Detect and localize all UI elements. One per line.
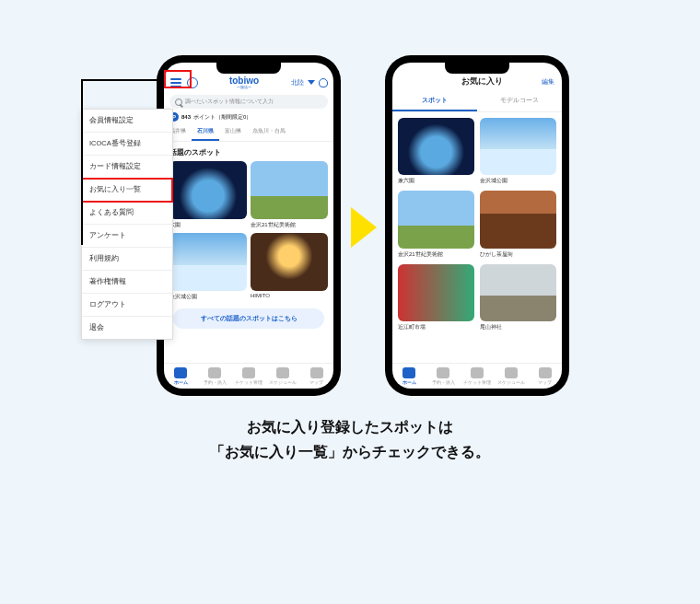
tab-schedule[interactable]: スケジュール: [494, 364, 528, 389]
tab-tickets[interactable]: チケット管理: [232, 364, 266, 389]
tab-home[interactable]: ホーム: [392, 364, 426, 389]
menu-item-favorites[interactable]: お気に入り一覧: [82, 179, 172, 202]
annotation-highlight-hamburger: [164, 70, 192, 88]
spot-name: 金沢城公園: [169, 291, 247, 301]
side-drawer-menu: 会員情報設定 ICOCA番号登録 カード情報設定 お気に入り一覧 よくある質問 …: [81, 109, 173, 340]
fav-thumb: [398, 118, 474, 175]
phone-notch: [216, 63, 281, 74]
menu-item[interactable]: カード情報設定: [82, 156, 172, 179]
tab-tickets[interactable]: チケット管理: [461, 364, 495, 389]
cart-icon: [208, 367, 221, 378]
points-row: P 843 ポイント（期間限定0）: [164, 110, 333, 123]
spot-name: 金沢21世紀美術館: [251, 219, 328, 229]
more-spots-button[interactable]: すべての話題のスポットはこちら: [173, 308, 324, 329]
menu-item[interactable]: 会員情報設定: [82, 110, 172, 133]
tab-schedule[interactable]: スケジュール: [265, 364, 299, 389]
tab-reserve[interactable]: 予約・購入: [198, 364, 232, 389]
spot-grid: 六園 金沢21世紀美術館 金沢城公園 HIMITO: [164, 161, 333, 301]
phone-home: tobiwo ー旅活ー 北陸 調べたいスポット情報について入力 P 843 ポイ…: [157, 55, 341, 396]
section-title: 話題のスポット: [164, 142, 333, 161]
tab-bar: ホーム 予約・購入 チケット管理 スケジュール マップ: [392, 363, 562, 389]
page-title: お気に入り: [461, 76, 503, 87]
fav-thumb: [398, 191, 474, 248]
fav-name: 金沢城公園: [480, 175, 556, 185]
cart-icon: [437, 367, 449, 378]
annotation-leader-line: [81, 79, 164, 81]
tab-map[interactable]: マップ: [528, 364, 562, 389]
phone-favorites: お気に入り 編集 スポット モデルコース 兼六園 金沢城公園 金沢21世紀美術館…: [385, 55, 569, 396]
tab-map[interactable]: マップ: [299, 364, 333, 389]
spot-card[interactable]: 金沢城公園: [169, 233, 247, 301]
caption-line: お気に入り登録したスポットは: [0, 414, 700, 439]
fav-thumb: [480, 118, 556, 175]
area-tab[interactable]: 石川県: [192, 123, 219, 141]
favorites-grid: 兼六園 金沢城公園 金沢21世紀美術館 ひがし茶屋街 近江町市場 尾山神社: [392, 112, 562, 337]
calendar-icon: [276, 367, 289, 378]
home-icon: [174, 367, 187, 378]
ticket-icon: [242, 367, 255, 378]
chevron-down-icon[interactable]: [308, 80, 315, 85]
fav-thumb: [398, 264, 474, 321]
favorite-card[interactable]: ひがし茶屋街: [480, 191, 556, 258]
caption-line: 「お気に入り一覧」からチェックできる。: [0, 439, 700, 464]
spot-thumb: [251, 233, 328, 291]
fav-name: ひがし茶屋街: [480, 249, 556, 259]
menu-item[interactable]: アンケート: [82, 225, 172, 248]
points-suffix: ポイント（期間限定0）: [193, 113, 251, 122]
pin-icon: [310, 367, 323, 378]
favorite-card[interactable]: 兼六園: [398, 118, 474, 185]
favorite-card[interactable]: 金沢城公園: [480, 118, 556, 185]
search-input[interactable]: 調べたいスポット情報について入力: [169, 95, 328, 109]
favorite-card[interactable]: 近江町市場: [398, 264, 474, 331]
menu-item[interactable]: 著作権情報: [82, 271, 172, 294]
bell-icon[interactable]: [319, 78, 328, 87]
tab-home[interactable]: ホーム: [164, 364, 198, 389]
area-tab[interactable]: 糸魚川・自馬: [247, 123, 291, 141]
fav-name: 尾山神社: [480, 321, 556, 331]
page-caption: お気に入り登録したスポットは 「お気に入り一覧」からチェックできる。: [0, 414, 700, 464]
menu-item[interactable]: ICOCA番号登録: [82, 133, 172, 156]
annotation-leader-line: [81, 79, 83, 245]
area-tabs: 福井県 石川県 富山県 糸魚川・自馬: [164, 123, 333, 142]
phone-notch: [445, 63, 509, 74]
search-placeholder: 調べたいスポット情報について入力: [185, 98, 274, 106]
menu-item[interactable]: よくある質問: [82, 202, 172, 225]
spot-name: HIMITO: [251, 291, 328, 298]
spot-card[interactable]: HIMITO: [251, 233, 328, 301]
menu-item[interactable]: 退会: [82, 317, 172, 339]
pin-icon: [539, 367, 552, 378]
spot-thumb: [169, 161, 247, 219]
segment-course[interactable]: モデルコース: [477, 91, 562, 111]
home-icon: [402, 367, 415, 378]
transition-arrow-icon: [351, 207, 377, 248]
fav-name: 兼六園: [398, 175, 474, 185]
tab-bar: ホーム 予約・購入 チケット管理 スケジュール マップ: [164, 363, 333, 389]
ticket-icon: [471, 367, 484, 378]
menu-item[interactable]: ログアウト: [82, 294, 172, 317]
fav-thumb: [480, 264, 556, 321]
favorites-segments: スポット モデルコース: [392, 91, 562, 112]
points-value: 843: [181, 114, 191, 120]
edit-button[interactable]: 編集: [542, 77, 554, 87]
fav-thumb: [480, 191, 556, 248]
region-label[interactable]: 北陸: [291, 78, 304, 87]
fav-name: 金沢21世紀美術館: [398, 249, 474, 259]
menu-item[interactable]: 利用規約: [82, 248, 172, 271]
favorite-card[interactable]: 尾山神社: [480, 264, 556, 331]
search-icon: [175, 99, 182, 106]
area-tab[interactable]: 富山県: [219, 123, 247, 141]
spot-card[interactable]: 金沢21世紀美術館: [251, 161, 328, 229]
segment-spot[interactable]: スポット: [392, 91, 477, 111]
spot-thumb: [251, 161, 328, 219]
spot-name: 六園: [169, 219, 247, 229]
fav-name: 近江町市場: [398, 321, 474, 331]
spot-card[interactable]: 六園: [169, 161, 247, 229]
spot-thumb: [169, 233, 247, 291]
favorite-card[interactable]: 金沢21世紀美術館: [398, 191, 474, 258]
calendar-icon: [505, 367, 518, 378]
tab-reserve[interactable]: 予約・購入: [426, 364, 461, 389]
